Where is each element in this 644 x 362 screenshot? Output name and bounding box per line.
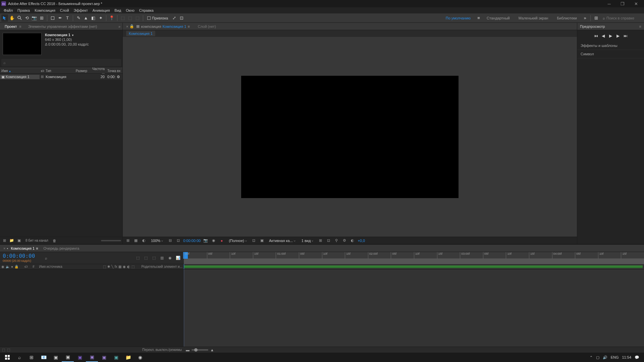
help-search[interactable]: ⌕ xyxy=(600,16,643,20)
tab-project[interactable]: Проект ≡ xyxy=(2,23,24,30)
taskbar-chrome[interactable]: ◉ xyxy=(134,353,146,362)
clone-tool[interactable]: ▲ xyxy=(83,14,89,22)
layer-bars-area[interactable] xyxy=(184,269,644,347)
workspace-overflow[interactable]: » xyxy=(582,14,588,22)
item-label[interactable] xyxy=(40,75,44,79)
taskbar-explorer[interactable]: 📁 xyxy=(122,353,134,362)
taskbar-app-1[interactable]: 📧 xyxy=(38,353,50,362)
interpret-footage-button[interactable]: ⊞ xyxy=(1,238,7,243)
mask-icon[interactable]: ◐ xyxy=(141,238,147,243)
panel-menu-icon[interactable]: ≡ xyxy=(19,24,21,28)
toggle-switches-icon[interactable]: ⬚ xyxy=(2,348,5,352)
panel-overflow[interactable]: » xyxy=(118,24,120,28)
tool-a[interactable]: ⬚ xyxy=(119,14,126,22)
draft3d-icon[interactable]: ⬚ xyxy=(143,255,149,261)
taskbar-app-2[interactable]: ▣ xyxy=(50,353,62,362)
col-framerate[interactable]: Частота ... xyxy=(89,67,106,74)
timeline-zoom-slider[interactable] xyxy=(192,349,208,351)
parent-col[interactable]: Родительский элемент и... xyxy=(141,265,182,268)
tool-c[interactable]: ⬚ xyxy=(134,14,141,22)
taskbar-app-ps[interactable]: ▣ xyxy=(110,353,122,362)
bit-depth[interactable]: 8 бит на канал xyxy=(23,239,50,242)
res-half-icon[interactable]: ⊟ xyxy=(167,238,173,243)
index-col[interactable]: # xyxy=(33,265,35,268)
fx-col-icon[interactable]: fx xyxy=(115,265,117,268)
tab-render-queue[interactable]: Очередь рендеринга xyxy=(41,246,82,250)
color-mgmt-icon[interactable]: ● xyxy=(219,238,225,243)
hand-tool[interactable]: ✋ xyxy=(9,14,15,22)
delete-button[interactable]: 🗑 xyxy=(52,238,58,243)
col-inpoint[interactable]: Точка вх xyxy=(106,69,122,73)
camera-dropdown[interactable]: Активная ка... ⌵ xyxy=(267,239,298,243)
views-dropdown[interactable]: 1 вид ⌵ xyxy=(300,239,316,243)
tab-composition[interactable]: ▦ композиция Композиция 1 ≡ xyxy=(134,24,192,28)
tray-notifications-icon[interactable]: 💬 xyxy=(635,355,639,360)
audio-col-icon[interactable]: 🔈 xyxy=(6,265,10,268)
breadcrumb-comp[interactable]: Композиция 1 xyxy=(126,31,155,36)
tab-effect-controls[interactable]: Элементы управления эффектами (нет) xyxy=(25,23,100,30)
tray-volume-icon[interactable]: 🔊 xyxy=(603,355,607,360)
workspace-menu-icon[interactable]: ≡ xyxy=(475,14,482,22)
brush-tool[interactable]: ✎ xyxy=(75,14,82,22)
roi-icon[interactable]: ⊡ xyxy=(175,238,181,243)
next-frame-button[interactable]: ▶ xyxy=(615,34,621,38)
col-size[interactable]: Размер xyxy=(72,69,89,73)
search-button[interactable]: ⌕ xyxy=(13,353,25,362)
pan-behind-tool[interactable]: ⊞ xyxy=(38,14,45,22)
label-col-icon[interactable]: 🏷 xyxy=(24,265,28,268)
rotate-tool[interactable]: ⟲ xyxy=(23,14,30,22)
composition-canvas[interactable] xyxy=(241,76,459,198)
composition-viewer[interactable] xyxy=(123,37,577,237)
toggle-modes-icon[interactable]: ⬚ xyxy=(7,348,10,352)
prev-frame-button[interactable]: ◀ xyxy=(601,34,606,38)
task-view-button[interactable]: ⊞ xyxy=(25,353,38,362)
maximize-button[interactable]: ❐ xyxy=(616,0,629,7)
menu-file[interactable]: Файл xyxy=(1,7,15,13)
menu-composition[interactable]: Композиция xyxy=(32,7,58,13)
workspace-standard[interactable]: Стандартный xyxy=(483,16,514,20)
share-icon[interactable]: ⊞ xyxy=(593,14,599,22)
trkmat-col-icon[interactable]: ╲ xyxy=(111,265,113,268)
3d-view-icon[interactable]: ▣ xyxy=(259,238,265,243)
time-ruler[interactable]: 00f05f10f15f01:00f05f10f15f02:00f05f10f1… xyxy=(184,252,644,259)
solo-col-icon[interactable]: ● xyxy=(11,265,13,268)
snapping-toggle[interactable]: Привязка xyxy=(145,16,170,20)
exposure-reset-icon[interactable]: ◐ xyxy=(350,238,356,243)
taskbar-app-pr[interactable]: ▣ xyxy=(98,353,110,362)
project-item-row[interactable]: ▣Композиция 1 Композиция 20 0:00: ⚙ xyxy=(0,74,122,80)
current-time-display[interactable]: 0:00:00:00 00000 (20.00 кадр/с) xyxy=(0,252,43,264)
zoom-in-icon[interactable]: ▲ xyxy=(210,348,214,352)
puppet-tool[interactable]: 📍 xyxy=(108,14,115,22)
work-area-bar[interactable] xyxy=(184,259,644,264)
composition-thumbnail[interactable] xyxy=(3,33,42,55)
flowchart-icon[interactable]: ⚙ xyxy=(341,238,347,243)
guides-icon[interactable]: ⚲ xyxy=(333,238,339,243)
help-search-input[interactable] xyxy=(606,16,640,20)
menu-view[interactable]: Вид xyxy=(112,7,123,13)
snap-opt-a[interactable]: ⤢ xyxy=(171,14,177,22)
play-button[interactable]: ▶ xyxy=(608,34,613,38)
panel-menu-icon[interactable]: ≡ xyxy=(639,24,641,28)
zoom-dropdown[interactable]: 100% ⌵ xyxy=(149,239,165,243)
av-col-icon[interactable]: ◉ xyxy=(1,265,4,268)
resolution-dropdown[interactable]: (Полное) ⌵ xyxy=(227,239,249,243)
fast-preview-icon[interactable]: ⊡ xyxy=(251,238,257,243)
workspace-default[interactable]: По умолчанию xyxy=(442,16,475,20)
menu-effect[interactable]: Эффект xyxy=(71,7,90,13)
thumbnail-size-slider[interactable] xyxy=(101,240,121,241)
close-tab-icon[interactable]: × xyxy=(2,246,7,250)
menu-window[interactable]: Окно xyxy=(123,7,137,13)
workspace-libraries[interactable]: Библиотеки xyxy=(553,16,581,20)
camera-tool[interactable]: 📷 xyxy=(31,14,38,22)
tab-layer[interactable]: Слой (нет) xyxy=(196,24,218,28)
selection-tool[interactable] xyxy=(1,14,8,22)
tray-clock[interactable]: 11:54 xyxy=(622,355,631,359)
tray-battery-icon[interactable]: ▢ xyxy=(596,355,599,360)
grid-icon[interactable]: ⊡ xyxy=(325,238,331,243)
menu-help[interactable]: Справка xyxy=(137,7,156,13)
close-tab-icon[interactable]: × xyxy=(125,24,129,28)
new-folder-button[interactable]: 📁 xyxy=(9,238,15,243)
taskbar-app-me[interactable]: ▣ xyxy=(74,353,86,362)
always-preview-icon[interactable]: ⊞ xyxy=(125,238,131,243)
zoom-out-icon[interactable]: ▬ xyxy=(186,348,190,352)
